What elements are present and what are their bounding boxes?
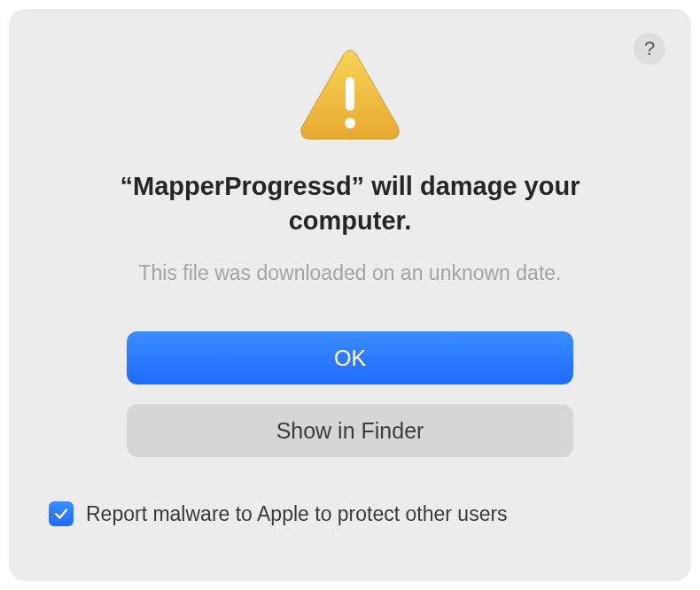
help-button[interactable]: ? <box>634 33 665 65</box>
warning-icon <box>42 45 658 143</box>
show-in-finder-button[interactable]: Show in Finder <box>127 404 573 457</box>
svg-rect-0 <box>346 77 354 111</box>
report-checkbox-row: Report malware to Apple to protect other… <box>42 501 658 526</box>
alert-dialog: ? “MapperProgressd” will damage your com… <box>10 10 690 580</box>
help-icon: ? <box>644 37 655 60</box>
check-icon <box>53 506 69 522</box>
button-group: OK Show in Finder <box>42 331 658 457</box>
dialog-subtext: This file was downloaded on an unknown d… <box>42 261 658 285</box>
report-checkbox-label: Report malware to Apple to protect other… <box>86 502 508 526</box>
dialog-headline: “MapperProgressd” will damage your compu… <box>42 169 658 238</box>
svg-point-1 <box>345 118 355 128</box>
report-checkbox[interactable] <box>49 501 74 526</box>
ok-button[interactable]: OK <box>127 331 573 384</box>
